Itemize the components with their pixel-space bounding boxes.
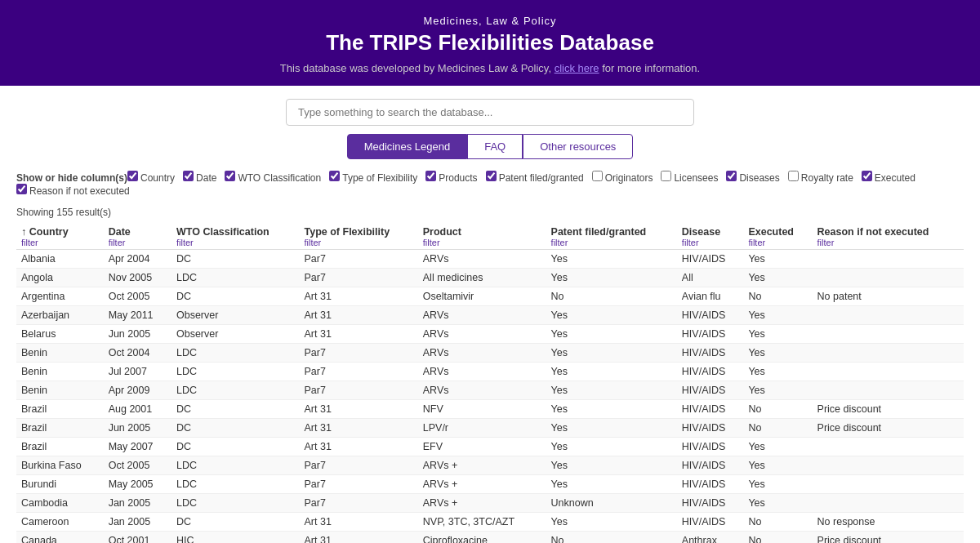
table-cell-7-6: HIV/AIDS xyxy=(677,381,744,400)
column-toggle-reason-if-not-executed[interactable]: Reason if not executed xyxy=(16,185,130,197)
column-toggle-products[interactable]: Products xyxy=(425,172,477,184)
table-cell-14-0: Cameroon xyxy=(16,513,104,532)
table-cell-7-5: Yes xyxy=(546,381,677,400)
table-cell-15-1: Oct 2001 xyxy=(104,532,172,544)
page-header: Medicines, Law & Policy The TRIPS Flexib… xyxy=(0,0,980,86)
col-filter-2[interactable]: filter xyxy=(176,238,295,247)
table-cell-9-0: Brazil xyxy=(16,419,104,438)
table-cell-0-8 xyxy=(813,250,964,269)
column-toggle-country[interactable]: Country xyxy=(127,172,175,184)
table-cell-12-4: ARVs + xyxy=(418,475,546,494)
table-cell-12-1: May 2005 xyxy=(104,475,172,494)
table-cell-11-0: Burkina Faso xyxy=(16,456,104,475)
column-toggle-wto-classification[interactable]: WTO Classification xyxy=(225,172,321,184)
column-toggle-diseases[interactable]: Diseases xyxy=(726,172,779,184)
table-cell-2-1: Oct 2005 xyxy=(104,287,172,306)
col-filter-0[interactable]: filter xyxy=(21,238,99,247)
table-cell-7-0: Benin xyxy=(16,381,104,400)
col-header-4: Productfilter xyxy=(418,223,546,250)
header-subtitle: Medicines, Law & Policy xyxy=(16,15,964,27)
nav-btn-other-resources[interactable]: Other resources xyxy=(523,134,633,159)
table-cell-10-1: May 2007 xyxy=(104,438,172,456)
table-cell-9-8: Price discount xyxy=(813,419,964,438)
table-cell-2-7: No xyxy=(743,287,812,306)
table-row: BrazilJun 2005DCArt 31LPV/rYesHIV/AIDSNo… xyxy=(16,419,964,438)
table-row: BurundiMay 2005LDCPar7ARVs +YesHIV/AIDSY… xyxy=(16,475,964,494)
table-cell-8-3: Art 31 xyxy=(300,400,418,419)
search-input[interactable] xyxy=(286,99,694,126)
col-filter-4[interactable]: filter xyxy=(423,238,541,247)
table-cell-10-0: Brazil xyxy=(16,438,104,456)
column-toggle-executed[interactable]: Executed xyxy=(862,172,915,184)
table-cell-10-2: DC xyxy=(172,438,300,456)
search-bar xyxy=(0,86,980,134)
table-cell-1-6: All xyxy=(677,269,744,287)
table-cell-6-8 xyxy=(813,363,964,381)
table-cell-10-3: Art 31 xyxy=(300,438,418,456)
table-cell-12-7: Yes xyxy=(743,475,812,494)
table-cell-2-5: No xyxy=(546,287,677,306)
table-cell-14-4: NVP, 3TC, 3TC/AZT xyxy=(418,513,546,532)
column-toggle-royalty-rate[interactable]: Royalty rate xyxy=(788,172,853,184)
column-toggle-patent-filed/granted[interactable]: Patent filed/granted xyxy=(486,172,584,184)
table-cell-3-4: ARVs xyxy=(418,306,546,325)
table-cell-5-4: ARVs xyxy=(418,344,546,363)
table-cell-13-6: HIV/AIDS xyxy=(677,494,744,513)
table-cell-12-3: Par7 xyxy=(300,475,418,494)
table-cell-7-2: LDC xyxy=(172,381,300,400)
table-cell-5-7: Yes xyxy=(743,344,812,363)
table-cell-7-7: Yes xyxy=(743,381,812,400)
table-cell-5-5: Yes xyxy=(546,344,677,363)
table-cell-8-4: NFV xyxy=(418,400,546,419)
header-title: The TRIPS Flexibilities Database xyxy=(16,30,964,56)
column-toggle-type-of-flexibility[interactable]: Type of Flexibility xyxy=(329,172,417,184)
table-cell-6-1: Jul 2007 xyxy=(104,363,172,381)
table-cell-11-5: Yes xyxy=(546,456,677,475)
table-cell-10-6: HIV/AIDS xyxy=(677,438,744,456)
table-cell-9-1: Jun 2005 xyxy=(104,419,172,438)
column-toggle-date[interactable]: Date xyxy=(183,172,216,184)
table-cell-15-2: HIC xyxy=(172,532,300,544)
table-cell-11-4: ARVs + xyxy=(418,456,546,475)
nav-buttons: Medicines LegendFAQOther resources xyxy=(0,134,980,159)
column-toggle-label: Show or hide column(s) xyxy=(16,172,127,184)
table-cell-7-4: ARVs xyxy=(418,381,546,400)
table-cell-14-7: No xyxy=(743,513,812,532)
col-filter-5[interactable]: filter xyxy=(551,238,672,247)
table-cell-4-3: Art 31 xyxy=(300,325,418,344)
table-cell-0-2: DC xyxy=(172,250,300,269)
table-cell-14-2: DC xyxy=(172,513,300,532)
column-toggle-originators[interactable]: Originators xyxy=(592,172,653,184)
table-cell-8-0: Brazil xyxy=(16,400,104,419)
table-cell-1-3: Par7 xyxy=(300,269,418,287)
col-filter-1[interactable]: filter xyxy=(109,238,167,247)
table-cell-9-4: LPV/r xyxy=(418,419,546,438)
table-cell-1-2: LDC xyxy=(172,269,300,287)
table-cell-4-1: Jun 2005 xyxy=(104,325,172,344)
table-cell-12-6: HIV/AIDS xyxy=(677,475,744,494)
col-filter-3[interactable]: filter xyxy=(305,238,413,247)
nav-btn-faq[interactable]: FAQ xyxy=(467,134,523,159)
table-cell-1-7: Yes xyxy=(743,269,812,287)
table-cell-3-0: Azerbaijan xyxy=(16,306,104,325)
table-cell-4-5: Yes xyxy=(546,325,677,344)
table-cell-7-1: Apr 2009 xyxy=(104,381,172,400)
col-filter-7[interactable]: filter xyxy=(748,238,807,247)
nav-btn-medicines-legend[interactable]: Medicines Legend xyxy=(347,134,468,159)
table-cell-15-6: Anthrax xyxy=(677,532,744,544)
col-label-8: Reason if not executed xyxy=(817,226,929,238)
table-cell-14-5: Yes xyxy=(546,513,677,532)
col-header-3: Type of Flexibilityfilter xyxy=(300,223,418,250)
col-filter-8[interactable]: filter xyxy=(817,238,959,247)
table-cell-1-5: Yes xyxy=(546,269,677,287)
col-filter-6[interactable]: filter xyxy=(682,238,739,247)
table-cell-10-5: Yes xyxy=(546,438,677,456)
table-cell-0-3: Par7 xyxy=(300,250,418,269)
table-cell-15-5: No xyxy=(546,532,677,544)
table-cell-2-4: Oseltamivir xyxy=(418,287,546,306)
column-toggle-licensees[interactable]: Licensees xyxy=(661,172,718,184)
table-cell-8-1: Aug 2001 xyxy=(104,400,172,419)
desc-link[interactable]: click here xyxy=(555,62,599,74)
table-cell-9-3: Art 31 xyxy=(300,419,418,438)
col-label-1: Date xyxy=(109,226,131,238)
